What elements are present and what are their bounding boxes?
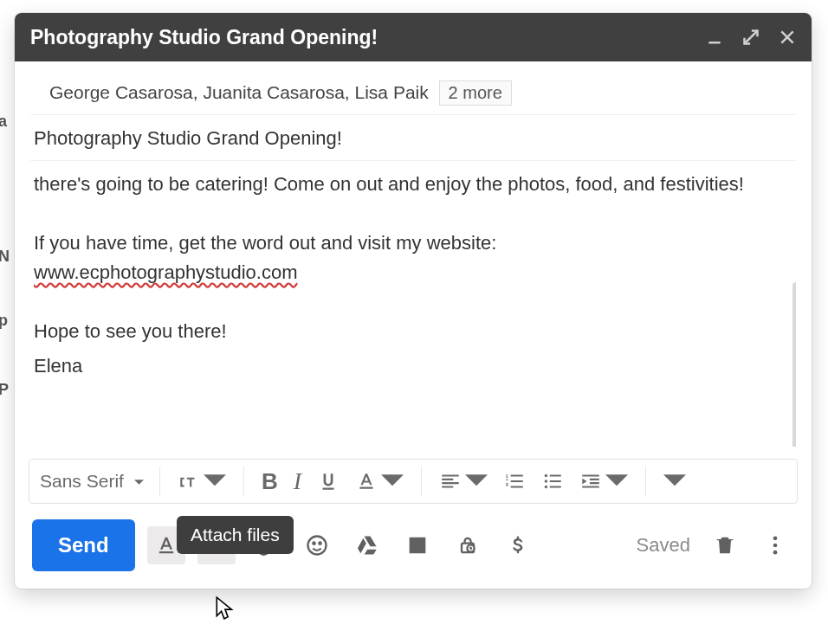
bulleted-list-button[interactable]: [534, 467, 571, 496]
bold-button[interactable]: B: [255, 465, 285, 499]
chevron-down-icon: [465, 470, 488, 493]
body-signature: Elena: [34, 351, 792, 381]
svg-point-5: [313, 543, 314, 544]
compose-actions: Send Saved: [15, 504, 812, 589]
saved-indicator: Saved: [637, 534, 690, 557]
recipients-names: George Casarosa, Juanita Casarosa, Lisa …: [49, 82, 429, 102]
background-peek: a N p P: [0, 0, 15, 644]
tooltip-attach-files: Attach files: [177, 516, 294, 554]
svg-point-1: [545, 474, 547, 477]
body-line: Hope to see you there!: [34, 317, 792, 346]
body-line: If you have time, get the word out and v…: [34, 229, 792, 287]
svg-point-6: [319, 543, 320, 544]
insert-money-button[interactable]: [499, 526, 537, 564]
expand-icon[interactable]: [742, 29, 760, 46]
chevron-down-icon: [381, 470, 404, 493]
body-link[interactable]: www.ecphotographystudio.com: [34, 261, 298, 283]
body-scrollbar[interactable]: [792, 282, 796, 447]
more-formatting-button[interactable]: [657, 467, 693, 496]
cursor-icon: [215, 596, 237, 625]
font-size-picker[interactable]: [171, 467, 233, 496]
subject-field[interactable]: Photography Studio Grand Opening!: [30, 115, 796, 161]
chevron-down-icon: [134, 471, 144, 492]
font-family-picker[interactable]: Sans Serif: [38, 471, 149, 492]
svg-point-4: [307, 537, 326, 555]
recipients-field[interactable]: George Casarosa, Juanita Casarosa, Lisa …: [30, 61, 796, 115]
chevron-down-icon: [605, 470, 628, 493]
svg-point-11: [773, 551, 778, 555]
message-body[interactable]: there's going to be catering! Come on ou…: [30, 161, 796, 447]
chevron-down-icon: [204, 470, 226, 493]
compose-window: Photography Studio Grand Opening! George…: [15, 13, 812, 589]
svg-rect-0: [708, 42, 720, 44]
insert-emoji-button[interactable]: [298, 526, 336, 564]
send-button[interactable]: Send: [32, 519, 135, 571]
confidential-mode-button[interactable]: [449, 526, 487, 564]
recipients-more-chip[interactable]: 2 more: [439, 80, 512, 106]
align-button[interactable]: [432, 467, 495, 496]
svg-point-10: [773, 544, 778, 548]
svg-point-2: [545, 480, 547, 482]
discard-draft-button[interactable]: [706, 526, 744, 564]
more-options-button[interactable]: [756, 526, 794, 564]
insert-photo-button[interactable]: [398, 526, 437, 564]
svg-point-9: [773, 537, 778, 541]
close-icon[interactable]: [779, 29, 796, 46]
underline-button[interactable]: [310, 467, 346, 496]
indent-button[interactable]: [572, 467, 635, 496]
svg-point-3: [545, 486, 547, 488]
text-color-button[interactable]: [348, 467, 411, 496]
compose-title: Photography Studio Grand Opening!: [30, 26, 706, 49]
italic-button[interactable]: I: [287, 464, 308, 499]
insert-drive-button[interactable]: [348, 526, 386, 564]
numbered-list-button[interactable]: [496, 467, 533, 496]
body-line: there's going to be catering! Come on ou…: [34, 170, 792, 199]
minimize-icon[interactable]: [706, 29, 723, 46]
formatting-toolbar: Sans Serif B I: [29, 459, 798, 504]
compose-header[interactable]: Photography Studio Grand Opening!: [15, 13, 812, 61]
